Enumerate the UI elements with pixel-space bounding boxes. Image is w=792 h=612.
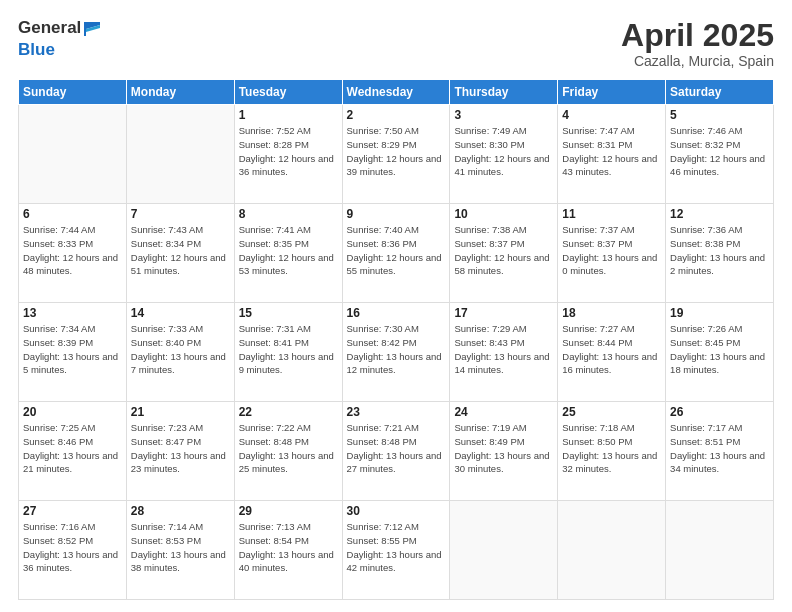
calendar-cell: 13Sunrise: 7:34 AMSunset: 8:39 PMDayligh…: [19, 303, 127, 402]
day-number: 20: [23, 405, 122, 419]
day-number: 5: [670, 108, 769, 122]
calendar-cell: [558, 501, 666, 600]
day-number: 29: [239, 504, 338, 518]
day-info: Sunrise: 7:16 AMSunset: 8:52 PMDaylight:…: [23, 520, 122, 575]
day-number: 23: [347, 405, 446, 419]
calendar-cell: 10Sunrise: 7:38 AMSunset: 8:37 PMDayligh…: [450, 204, 558, 303]
day-info: Sunrise: 7:52 AMSunset: 8:28 PMDaylight:…: [239, 124, 338, 179]
calendar-cell: 29Sunrise: 7:13 AMSunset: 8:54 PMDayligh…: [234, 501, 342, 600]
calendar-subtitle: Cazalla, Murcia, Spain: [621, 53, 774, 69]
calendar-header-row: Sunday Monday Tuesday Wednesday Thursday…: [19, 80, 774, 105]
calendar-cell: 30Sunrise: 7:12 AMSunset: 8:55 PMDayligh…: [342, 501, 450, 600]
day-info: Sunrise: 7:13 AMSunset: 8:54 PMDaylight:…: [239, 520, 338, 575]
day-number: 12: [670, 207, 769, 221]
day-number: 7: [131, 207, 230, 221]
day-info: Sunrise: 7:17 AMSunset: 8:51 PMDaylight:…: [670, 421, 769, 476]
col-tuesday: Tuesday: [234, 80, 342, 105]
header: General Blue April 2025 Cazalla, Murcia,…: [18, 18, 774, 69]
logo-blue: Blue: [18, 40, 55, 59]
day-info: Sunrise: 7:30 AMSunset: 8:42 PMDaylight:…: [347, 322, 446, 377]
day-info: Sunrise: 7:38 AMSunset: 8:37 PMDaylight:…: [454, 223, 553, 278]
calendar-cell: 21Sunrise: 7:23 AMSunset: 8:47 PMDayligh…: [126, 402, 234, 501]
day-number: 16: [347, 306, 446, 320]
day-number: 2: [347, 108, 446, 122]
calendar-cell: 22Sunrise: 7:22 AMSunset: 8:48 PMDayligh…: [234, 402, 342, 501]
calendar-title: April 2025: [621, 18, 774, 53]
day-info: Sunrise: 7:44 AMSunset: 8:33 PMDaylight:…: [23, 223, 122, 278]
calendar-week-row: 13Sunrise: 7:34 AMSunset: 8:39 PMDayligh…: [19, 303, 774, 402]
logo-general: General: [18, 18, 81, 37]
day-info: Sunrise: 7:12 AMSunset: 8:55 PMDaylight:…: [347, 520, 446, 575]
svg-marker-0: [84, 22, 86, 36]
day-info: Sunrise: 7:49 AMSunset: 8:30 PMDaylight:…: [454, 124, 553, 179]
col-friday: Friday: [558, 80, 666, 105]
logo-wordmark: General Blue: [18, 18, 104, 60]
calendar-cell: 28Sunrise: 7:14 AMSunset: 8:53 PMDayligh…: [126, 501, 234, 600]
day-number: 6: [23, 207, 122, 221]
day-info: Sunrise: 7:33 AMSunset: 8:40 PMDaylight:…: [131, 322, 230, 377]
day-info: Sunrise: 7:14 AMSunset: 8:53 PMDaylight:…: [131, 520, 230, 575]
day-info: Sunrise: 7:37 AMSunset: 8:37 PMDaylight:…: [562, 223, 661, 278]
day-number: 22: [239, 405, 338, 419]
calendar-cell: 19Sunrise: 7:26 AMSunset: 8:45 PMDayligh…: [666, 303, 774, 402]
calendar-cell: [19, 105, 127, 204]
day-number: 4: [562, 108, 661, 122]
day-info: Sunrise: 7:29 AMSunset: 8:43 PMDaylight:…: [454, 322, 553, 377]
day-number: 24: [454, 405, 553, 419]
calendar-cell: 20Sunrise: 7:25 AMSunset: 8:46 PMDayligh…: [19, 402, 127, 501]
day-number: 3: [454, 108, 553, 122]
day-number: 14: [131, 306, 230, 320]
calendar-cell: 16Sunrise: 7:30 AMSunset: 8:42 PMDayligh…: [342, 303, 450, 402]
calendar-cell: 4Sunrise: 7:47 AMSunset: 8:31 PMDaylight…: [558, 105, 666, 204]
col-thursday: Thursday: [450, 80, 558, 105]
calendar-cell: 18Sunrise: 7:27 AMSunset: 8:44 PMDayligh…: [558, 303, 666, 402]
calendar-cell: 12Sunrise: 7:36 AMSunset: 8:38 PMDayligh…: [666, 204, 774, 303]
day-info: Sunrise: 7:43 AMSunset: 8:34 PMDaylight:…: [131, 223, 230, 278]
calendar-cell: 24Sunrise: 7:19 AMSunset: 8:49 PMDayligh…: [450, 402, 558, 501]
day-number: 8: [239, 207, 338, 221]
calendar-cell: 26Sunrise: 7:17 AMSunset: 8:51 PMDayligh…: [666, 402, 774, 501]
day-number: 18: [562, 306, 661, 320]
logo-flag-icon: [82, 18, 104, 40]
day-number: 26: [670, 405, 769, 419]
calendar-page: General Blue April 2025 Cazalla, Murcia,…: [0, 0, 792, 612]
calendar-week-row: 20Sunrise: 7:25 AMSunset: 8:46 PMDayligh…: [19, 402, 774, 501]
day-number: 21: [131, 405, 230, 419]
day-number: 27: [23, 504, 122, 518]
calendar-cell: 27Sunrise: 7:16 AMSunset: 8:52 PMDayligh…: [19, 501, 127, 600]
calendar-week-row: 1Sunrise: 7:52 AMSunset: 8:28 PMDaylight…: [19, 105, 774, 204]
calendar-cell: 5Sunrise: 7:46 AMSunset: 8:32 PMDaylight…: [666, 105, 774, 204]
title-block: April 2025 Cazalla, Murcia, Spain: [621, 18, 774, 69]
day-info: Sunrise: 7:50 AMSunset: 8:29 PMDaylight:…: [347, 124, 446, 179]
logo: General Blue: [18, 18, 104, 60]
day-info: Sunrise: 7:34 AMSunset: 8:39 PMDaylight:…: [23, 322, 122, 377]
day-number: 10: [454, 207, 553, 221]
day-info: Sunrise: 7:25 AMSunset: 8:46 PMDaylight:…: [23, 421, 122, 476]
day-info: Sunrise: 7:40 AMSunset: 8:36 PMDaylight:…: [347, 223, 446, 278]
day-number: 30: [347, 504, 446, 518]
calendar-cell: 17Sunrise: 7:29 AMSunset: 8:43 PMDayligh…: [450, 303, 558, 402]
calendar-cell: 8Sunrise: 7:41 AMSunset: 8:35 PMDaylight…: [234, 204, 342, 303]
day-info: Sunrise: 7:26 AMSunset: 8:45 PMDaylight:…: [670, 322, 769, 377]
calendar-cell: 15Sunrise: 7:31 AMSunset: 8:41 PMDayligh…: [234, 303, 342, 402]
calendar-cell: [126, 105, 234, 204]
calendar-week-row: 27Sunrise: 7:16 AMSunset: 8:52 PMDayligh…: [19, 501, 774, 600]
day-number: 15: [239, 306, 338, 320]
calendar-cell: 14Sunrise: 7:33 AMSunset: 8:40 PMDayligh…: [126, 303, 234, 402]
calendar-cell: 23Sunrise: 7:21 AMSunset: 8:48 PMDayligh…: [342, 402, 450, 501]
col-saturday: Saturday: [666, 80, 774, 105]
day-number: 28: [131, 504, 230, 518]
col-wednesday: Wednesday: [342, 80, 450, 105]
day-info: Sunrise: 7:41 AMSunset: 8:35 PMDaylight:…: [239, 223, 338, 278]
day-info: Sunrise: 7:22 AMSunset: 8:48 PMDaylight:…: [239, 421, 338, 476]
calendar-cell: 1Sunrise: 7:52 AMSunset: 8:28 PMDaylight…: [234, 105, 342, 204]
day-info: Sunrise: 7:18 AMSunset: 8:50 PMDaylight:…: [562, 421, 661, 476]
calendar-cell: 7Sunrise: 7:43 AMSunset: 8:34 PMDaylight…: [126, 204, 234, 303]
col-monday: Monday: [126, 80, 234, 105]
calendar-table: Sunday Monday Tuesday Wednesday Thursday…: [18, 79, 774, 600]
day-info: Sunrise: 7:21 AMSunset: 8:48 PMDaylight:…: [347, 421, 446, 476]
day-number: 1: [239, 108, 338, 122]
day-info: Sunrise: 7:46 AMSunset: 8:32 PMDaylight:…: [670, 124, 769, 179]
calendar-cell: 6Sunrise: 7:44 AMSunset: 8:33 PMDaylight…: [19, 204, 127, 303]
calendar-cell: 9Sunrise: 7:40 AMSunset: 8:36 PMDaylight…: [342, 204, 450, 303]
